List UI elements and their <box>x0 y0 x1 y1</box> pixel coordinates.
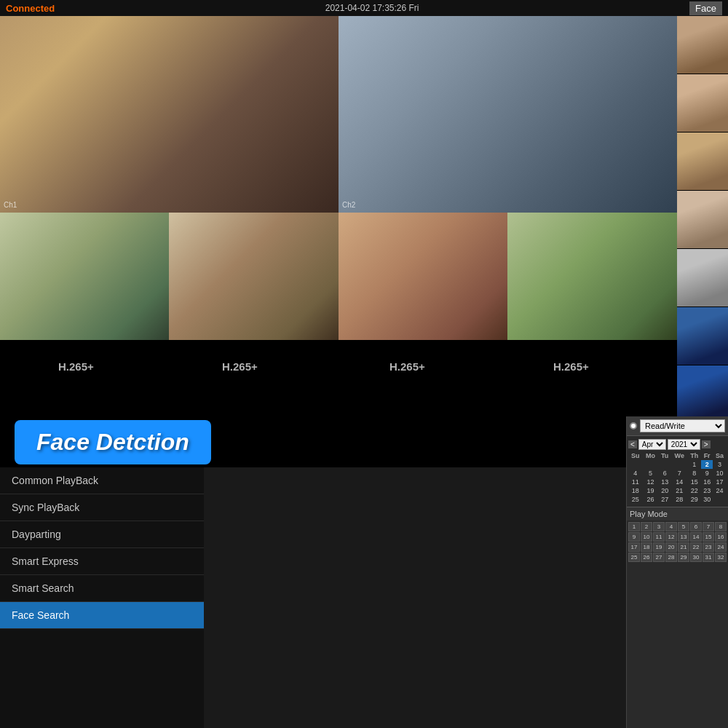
sidebar-item-sync-playback[interactable]: Sync PlayBack <box>0 494 204 521</box>
pm-cell-9[interactable]: 9 <box>628 532 640 542</box>
r-cal-day-1[interactable]: 1 <box>687 460 701 469</box>
face-thumb-3[interactable] <box>677 132 728 191</box>
r-cal-day-8[interactable]: 8 <box>687 469 701 478</box>
pm-cell-23[interactable]: 23 <box>703 542 714 552</box>
r-cal-day-12[interactable]: 12 <box>643 478 659 486</box>
pm-cell-7[interactable]: 7 <box>703 522 714 531</box>
pm-cell-5[interactable]: 5 <box>678 522 689 531</box>
read-write-select[interactable]: Read/Write <box>640 419 725 432</box>
r-cal-day-20[interactable]: 20 <box>658 486 671 495</box>
r-cal-day-24[interactable]: 24 <box>713 486 727 495</box>
r-cal-day-3[interactable]: 3 <box>713 460 727 469</box>
right-cal-prev[interactable]: < <box>628 440 637 448</box>
r-cal-day-15[interactable]: 15 <box>687 478 701 486</box>
face-detection-label: Face Detction <box>36 429 189 455</box>
face-thumb-2[interactable] <box>677 74 728 132</box>
pm-cell-27[interactable]: 27 <box>653 553 665 562</box>
r-cal-day-19[interactable]: 19 <box>643 486 659 495</box>
pm-cell-22[interactable]: 22 <box>690 542 702 552</box>
r-cal-day-28[interactable]: 28 <box>671 495 687 504</box>
r-th-we: We <box>671 451 687 460</box>
r-cal-day- <box>628 460 643 469</box>
face-tab[interactable]: Face <box>689 1 722 15</box>
r-cal-day-6[interactable]: 6 <box>658 469 671 478</box>
pm-cell-13[interactable]: 13 <box>678 532 689 542</box>
sidebar-item-smart-express[interactable]: Smart Express <box>0 548 204 575</box>
r-cal-day-21[interactable]: 21 <box>671 486 687 495</box>
face-thumb-5[interactable] <box>677 249 728 307</box>
sidebar-item-dayparting[interactable]: Dayparting <box>0 521 204 548</box>
pm-cell-2[interactable]: 2 <box>641 522 652 531</box>
r-cal-day-23[interactable]: 23 <box>701 486 713 495</box>
pm-cell-18[interactable]: 18 <box>641 542 652 552</box>
face-thumb-7[interactable] <box>677 365 728 416</box>
pm-cell-17[interactable]: 17 <box>628 542 640 552</box>
video-cell-bottom-1[interactable] <box>0 213 169 340</box>
r-cal-day-25[interactable]: 25 <box>628 495 643 504</box>
video-cell-top-right[interactable]: Ch2 <box>339 16 677 213</box>
face-detection-banner: Face Detction <box>0 416 626 467</box>
r-cal-day-27[interactable]: 27 <box>658 495 671 504</box>
r-cal-day-22[interactable]: 22 <box>687 486 701 495</box>
right-cal-year[interactable]: 2021 <box>668 439 700 450</box>
pm-cells: 1234567891011121314151617181920212223242… <box>628 522 727 562</box>
pm-cell-31[interactable]: 31 <box>703 553 714 562</box>
pm-cell-1[interactable]: 1 <box>628 522 640 531</box>
pm-cell-25[interactable]: 25 <box>628 553 640 562</box>
pm-cell-28[interactable]: 28 <box>665 553 677 562</box>
right-cal-month[interactable]: Apr <box>638 439 666 450</box>
pm-cell-8[interactable]: 8 <box>715 522 727 531</box>
video-cell-bottom-2[interactable] <box>169 213 339 340</box>
r-cal-day-14[interactable]: 14 <box>671 478 687 486</box>
pm-cell-30[interactable]: 30 <box>690 553 702 562</box>
r-cal-day-2[interactable]: 2 <box>701 460 713 469</box>
r-cal-day-5[interactable]: 5 <box>643 469 659 478</box>
right-cal-next[interactable]: > <box>702 440 711 448</box>
face-thumb-1[interactable] <box>677 16 728 74</box>
video-cell-bottom-4[interactable] <box>507 213 677 340</box>
r-cal-day-26[interactable]: 26 <box>643 495 659 504</box>
r-cal-day-29[interactable]: 29 <box>687 495 701 504</box>
r-cal-day-30[interactable]: 30 <box>701 495 713 504</box>
pm-cell-26[interactable]: 26 <box>641 553 652 562</box>
video-cell-bottom-3[interactable] <box>339 213 507 340</box>
pm-cell-29[interactable]: 29 <box>678 553 689 562</box>
pm-cell-11[interactable]: 11 <box>653 532 665 542</box>
r-cal-day-16[interactable]: 16 <box>701 478 713 486</box>
pm-cell-14[interactable]: 14 <box>690 532 702 542</box>
r-cal-day-7[interactable]: 7 <box>671 469 687 478</box>
pm-cell-6[interactable]: 6 <box>690 522 702 531</box>
face-thumb-6[interactable] <box>677 307 728 365</box>
r-th-sa: Sa <box>713 451 727 460</box>
pm-cell-24[interactable]: 24 <box>715 542 727 552</box>
pm-cell-16[interactable]: 16 <box>715 532 727 542</box>
face-thumb-4[interactable] <box>677 191 728 249</box>
r-cal-day-11[interactable]: 11 <box>628 478 643 486</box>
right-calendar: < Apr 2021 > Su Mo Tu We Th Fr Sa <box>627 436 728 507</box>
pm-cell-20[interactable]: 20 <box>665 542 677 552</box>
r-cal-day-9[interactable]: 9 <box>701 469 713 478</box>
r-cal-day- <box>643 460 659 469</box>
pm-cell-32[interactable]: 32 <box>715 553 727 562</box>
pm-cell-12[interactable]: 12 <box>665 532 677 542</box>
pm-cell-4[interactable]: 4 <box>665 522 677 531</box>
pm-cell-21[interactable]: 21 <box>678 542 689 552</box>
read-write-radio[interactable] <box>630 422 637 430</box>
r-cal-day-17[interactable]: 17 <box>713 478 727 486</box>
sidebar-item-face-search[interactable]: Face Search <box>0 602 204 629</box>
r-cal-day-18[interactable]: 18 <box>628 486 643 495</box>
pm-cell-15[interactable]: 15 <box>703 532 714 542</box>
pm-cell-10[interactable]: 10 <box>641 532 652 542</box>
pm-cell-19[interactable]: 19 <box>653 542 665 552</box>
sidebar-item-common-playback[interactable]: Common PlayBack <box>0 467 204 494</box>
r-cal-day-10[interactable]: 10 <box>713 469 727 478</box>
face-detection-box: Face Detction <box>15 420 211 464</box>
sidebar-item-smart-search[interactable]: Smart Search <box>0 575 204 602</box>
r-th-su: Su <box>628 451 643 460</box>
video-cell-top-left[interactable]: Ch1 <box>0 16 339 213</box>
datetime-display: 2021-04-02 17:35:26 Fri <box>325 3 419 13</box>
r-cal-day-4[interactable]: 4 <box>628 469 643 478</box>
play-mode-grid: 1234567891011121314151617181920212223242… <box>627 521 728 563</box>
pm-cell-3[interactable]: 3 <box>653 522 665 531</box>
r-cal-day-13[interactable]: 13 <box>658 478 671 486</box>
